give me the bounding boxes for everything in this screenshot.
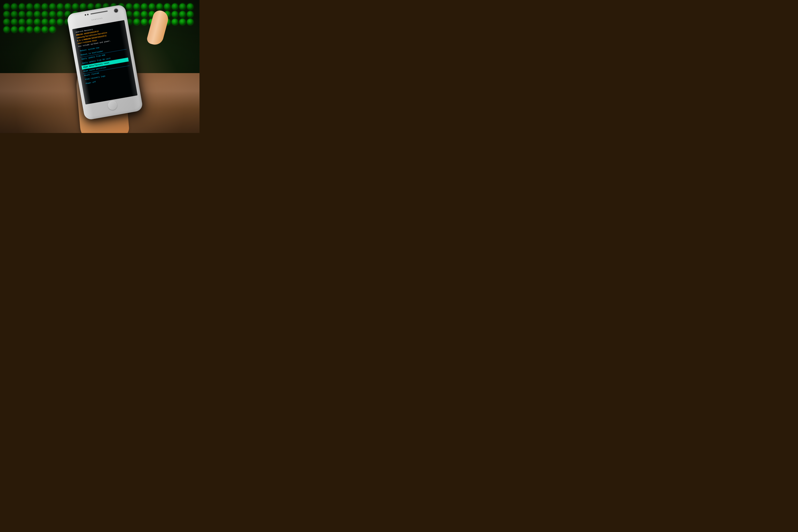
phone-top-bar (73, 8, 120, 18)
phone-screen: Android Recovery MMB29K.G935FXXU1CPJ2 sa… (72, 20, 138, 104)
sensor-dot (87, 14, 89, 15)
sensor-dot (85, 14, 86, 16)
hand-container: SAMSUNG Android Recovery MMB29K.G935FXXU… (39, 0, 161, 133)
screen-content: Android Recovery MMB29K.G935FXXU1CPJ2 sa… (72, 20, 135, 89)
recovery-menu[interactable]: Reboot system now Reboot to bootloader A… (78, 41, 131, 86)
brand-text: SAMSUNG (91, 17, 103, 21)
speaker-grille (91, 11, 108, 14)
sensors (85, 14, 89, 16)
front-camera-area (114, 8, 118, 13)
camera-lens (114, 8, 118, 13)
scene: SAMSUNG Android Recovery MMB29K.G935FXXU… (0, 0, 200, 133)
home-button[interactable] (107, 100, 117, 111)
